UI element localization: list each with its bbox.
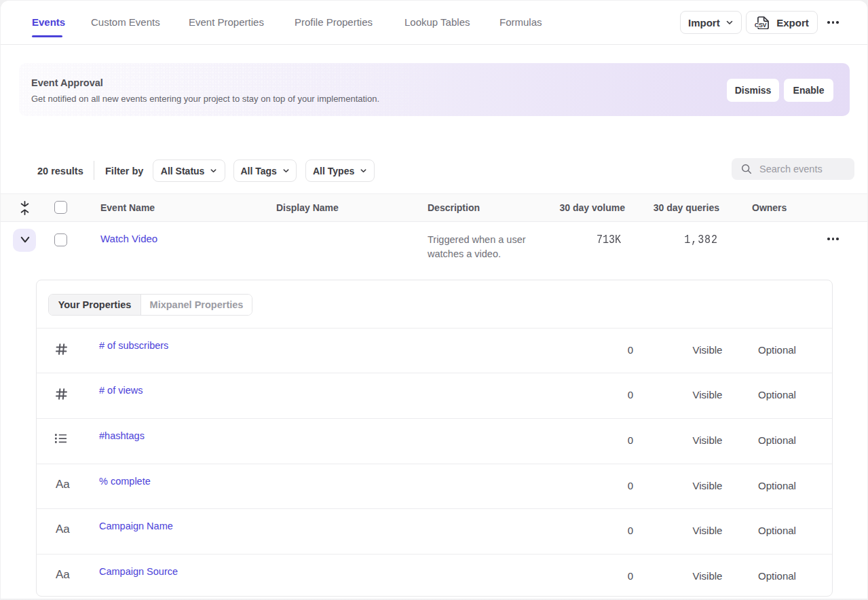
svg-text:CSV: CSV [755, 22, 767, 29]
